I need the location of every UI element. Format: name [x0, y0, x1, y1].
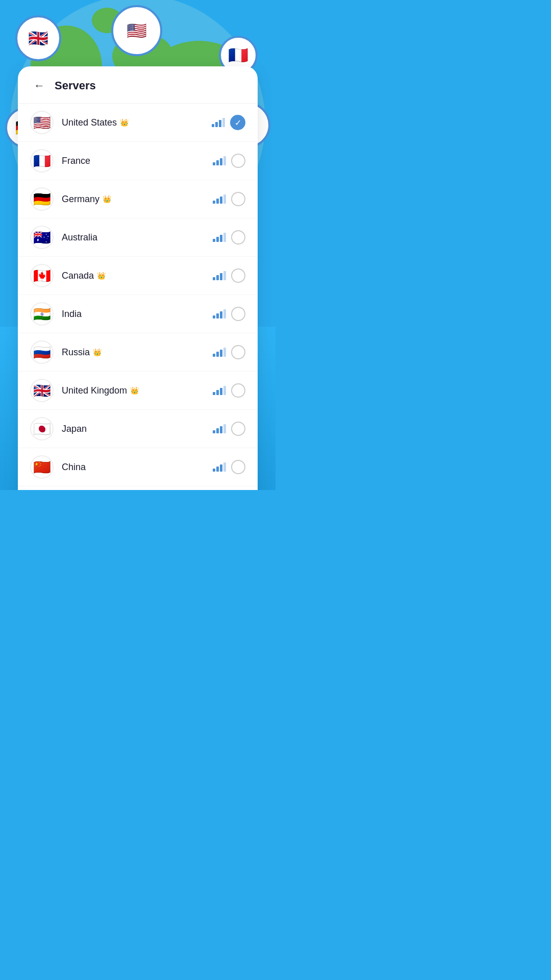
- flag-de: 🇩🇪: [30, 187, 54, 211]
- radio-de[interactable]: [231, 192, 245, 206]
- server-item-fr[interactable]: 🇫🇷France: [18, 142, 258, 180]
- server-item-us[interactable]: 🇺🇸United States👑✓: [18, 104, 258, 142]
- radio-ru[interactable]: [231, 345, 245, 359]
- flag-au: 🇦🇺: [30, 226, 54, 249]
- server-item-ru[interactable]: 🇷🇺Russia👑: [18, 333, 258, 372]
- server-item-nl[interactable]: 🇳🇱Netherlands: [18, 486, 258, 490]
- signal-au: [213, 233, 226, 242]
- signal-us: [212, 118, 225, 127]
- radio-jp[interactable]: [231, 422, 245, 436]
- country-name-jp: Japan: [62, 424, 213, 434]
- signal-de: [213, 194, 226, 204]
- server-list: 🇺🇸United States👑✓🇫🇷France🇩🇪Germany👑🇦🇺Aus…: [18, 104, 258, 490]
- flag-gb: 🇬🇧: [30, 379, 54, 402]
- country-name-au: Australia: [62, 232, 213, 243]
- back-button[interactable]: ←: [30, 77, 48, 95]
- server-item-de[interactable]: 🇩🇪Germany👑: [18, 180, 258, 218]
- card-title: Servers: [55, 79, 96, 92]
- country-name-ca: Canada👑: [62, 271, 213, 281]
- signal-cn: [213, 462, 226, 472]
- signal-fr: [213, 156, 226, 165]
- signal-jp: [213, 424, 226, 433]
- radio-selected-us[interactable]: ✓: [230, 115, 245, 130]
- crown-icon-ca: 👑: [97, 272, 106, 280]
- flag-us: 🇺🇸: [30, 111, 54, 134]
- signal-ru: [213, 348, 226, 357]
- signal-in: [213, 309, 226, 318]
- server-card: ← Servers 🇺🇸United States👑✓🇫🇷France🇩🇪Ger…: [18, 66, 258, 490]
- server-item-cn[interactable]: 🇨🇳China: [18, 448, 258, 486]
- flag-jp: 🇯🇵: [30, 417, 54, 440]
- radio-cn[interactable]: [231, 460, 245, 474]
- signal-ca: [213, 271, 226, 280]
- server-item-in[interactable]: 🇮🇳India: [18, 295, 258, 333]
- radio-in[interactable]: [231, 307, 245, 321]
- globe-flag-uk: 🇬🇧: [15, 15, 61, 61]
- crown-icon-gb: 👑: [130, 386, 139, 395]
- country-name-cn: China: [62, 462, 213, 473]
- server-item-jp[interactable]: 🇯🇵Japan: [18, 410, 258, 448]
- card-header: ← Servers: [18, 66, 258, 104]
- radio-au[interactable]: [231, 230, 245, 244]
- crown-icon-ru: 👑: [93, 348, 102, 356]
- country-name-us: United States👑: [62, 117, 212, 128]
- crown-icon-de: 👑: [103, 195, 111, 203]
- country-name-in: India: [62, 309, 213, 320]
- country-name-gb: United Kingdom👑: [62, 385, 213, 396]
- back-arrow-icon: ←: [34, 79, 45, 92]
- flag-fr: 🇫🇷: [30, 149, 54, 173]
- country-name-ru: Russia👑: [62, 347, 213, 358]
- flag-ru: 🇷🇺: [30, 340, 54, 364]
- flag-in: 🇮🇳: [30, 302, 54, 326]
- country-name-de: Germany👑: [62, 194, 213, 205]
- globe-flag-us: 🇺🇸: [111, 5, 162, 56]
- server-item-gb[interactable]: 🇬🇧United Kingdom👑: [18, 372, 258, 410]
- flag-ca: 🇨🇦: [30, 264, 54, 287]
- crown-icon-us: 👑: [120, 118, 129, 127]
- server-item-ca[interactable]: 🇨🇦Canada👑: [18, 257, 258, 295]
- radio-gb[interactable]: [231, 383, 245, 398]
- radio-ca[interactable]: [231, 268, 245, 283]
- radio-fr[interactable]: [231, 154, 245, 168]
- signal-gb: [213, 386, 226, 395]
- flag-cn: 🇨🇳: [30, 455, 54, 479]
- country-name-fr: France: [62, 156, 213, 166]
- server-item-au[interactable]: 🇦🇺Australia: [18, 218, 258, 257]
